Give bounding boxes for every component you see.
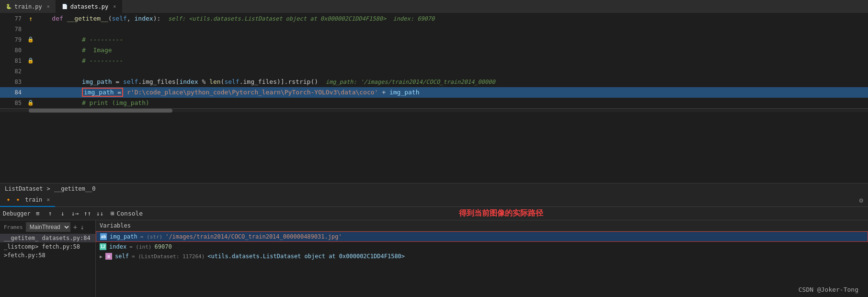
debug-session-tab[interactable]: 🔸 🔸 train ×	[0, 194, 55, 207]
line-icon-83	[26, 77, 35, 87]
tab-datasets-close[interactable]: ×	[113, 4, 116, 9]
frames-list: __getitem_ datasets.py:84 _listcomp> fet…	[0, 234, 95, 297]
debug-content: Frames MainThread + ↓ __getitem_ dataset…	[0, 220, 868, 297]
line-icon-85: 🔒	[26, 98, 35, 108]
expand-self-btn[interactable]: ▶	[100, 254, 103, 259]
scrollbar-thumb[interactable]	[29, 109, 172, 113]
toolbar-stop-btn[interactable]: ↓↓	[95, 208, 105, 219]
variable-row-imgpath: ab img_path = (str) '/images/train2014/C…	[96, 231, 868, 242]
line-number-84: 84	[0, 87, 26, 98]
threads-header: Frames MainThread + ↓	[0, 220, 95, 234]
code-line-77: 77 ↑ def __getitem__(self, index): self:…	[0, 13, 868, 24]
var-name-index: index	[109, 243, 126, 250]
toolbar-rerun-btn[interactable]: ↑↑	[82, 208, 93, 219]
line-icon-79: 🔒	[26, 34, 35, 45]
var-type-index: = (int)	[129, 244, 151, 250]
horizontal-scrollbar[interactable]	[0, 108, 868, 112]
down-thread-btn[interactable]: ↓	[80, 223, 84, 231]
add-thread-btn[interactable]: +	[73, 223, 77, 231]
frame-item-fetch[interactable]: >fetch.py:58	[0, 251, 95, 260]
line-icon-80	[26, 45, 35, 56]
code-line-80: 80 # Image	[0, 45, 868, 56]
line-content-78	[35, 24, 868, 34]
line-icon-82	[26, 66, 35, 77]
toolbar-menu-btn[interactable]: ≡	[33, 208, 43, 219]
line-content-85: # print (img_path)	[35, 98, 868, 108]
code-line-81: 81 🔒 # ---------	[0, 56, 868, 66]
frames-label: Frames	[4, 224, 23, 230]
toolbar-step-over-btn[interactable]: ↑	[45, 208, 56, 219]
debugger-label: Debugger	[3, 210, 31, 217]
console-tab[interactable]: Console	[125, 208, 135, 219]
var-icon-int: 12	[100, 243, 106, 250]
toolbar-step-into-btn[interactable]: ↓	[57, 208, 68, 219]
line-number-81: 81	[0, 56, 26, 66]
tab-datasets-label: datasets.py	[70, 3, 108, 10]
debug-toolbar: Debugger ≡ ↑ ↓ ↓→ ↑↑ ↓↓ ⊞ Console 得到当前图像…	[0, 207, 868, 220]
breadcrumb-method: __getitem__0	[54, 185, 96, 192]
var-name-imgpath: img_path	[110, 233, 137, 240]
tab-train[interactable]: 🐍 train.py ×	[0, 0, 56, 13]
line-content-80: # Image	[35, 45, 868, 56]
line-content-84: img_path = r'D:\code_place\python_code\P…	[35, 87, 868, 98]
var-icon-list: ≡	[105, 253, 112, 260]
gear-icon[interactable]: ⚙	[859, 196, 863, 204]
var-value-index: 69070	[154, 243, 171, 250]
code-line-85: 85 🔒 # print (img_path)	[0, 98, 868, 108]
code-line-79: 79 🔒 # ---------	[0, 34, 868, 45]
var-value-imgpath: '/images/train2014/COCO_train2014_000000…	[165, 233, 342, 240]
var-type-imgpath: = (str)	[140, 234, 162, 240]
breadcrumb: ListDataset > __getitem__0	[0, 183, 868, 194]
frame-item-getitem[interactable]: __getitem_ datasets.py:84	[0, 234, 95, 242]
debug-left-panel: Frames MainThread + ↓ __getitem_ dataset…	[0, 220, 96, 297]
line-icon-84	[26, 87, 35, 98]
variable-row-index: 12 index = (int) 69070	[96, 242, 868, 251]
variable-row-self: ▶ ≡ self = (ListDataset: 117264) <utils.…	[96, 251, 868, 261]
line-number-82: 82	[0, 66, 26, 77]
variables-header: Variables	[96, 220, 868, 231]
train-icon: 🐍	[6, 4, 11, 9]
line-number-79: 79	[0, 34, 26, 45]
breadcrumb-class: ListDataset	[5, 185, 43, 192]
debug-session-icon: 🔸	[5, 196, 12, 203]
code-line-78: 78	[0, 24, 868, 34]
code-line-84: 84 img_path = r'D:\code_place\python_cod…	[0, 87, 868, 98]
datasets-icon: 📄	[62, 4, 68, 9]
line-content-81: # ---------	[35, 56, 868, 66]
thread-select[interactable]: MainThread	[26, 222, 70, 232]
var-icon-str: ab	[100, 233, 107, 240]
debug-session-close[interactable]: ×	[46, 196, 50, 203]
debug-panel: 🔸 🔸 train × ⚙ Debugger ≡ ↑ ↓ ↓→ ↑↑ ↓↓ ⊞ …	[0, 194, 868, 297]
line-number-77: 77	[0, 13, 26, 24]
var-type-self: = (ListDataset: 117264)	[132, 253, 205, 260]
line-icon-81: 🔒	[26, 56, 35, 66]
line-content-77: def __getitem__(self, index): self: <uti…	[35, 13, 868, 24]
toolbar-step-out-btn[interactable]: ↓→	[70, 208, 80, 219]
tab-train-close[interactable]: ×	[47, 4, 50, 9]
arrow-icon-77: ↑	[26, 13, 35, 24]
frame-item-listcomp[interactable]: _listcomp> fetch.py:58	[0, 242, 95, 251]
line-content-79: # ---------	[35, 34, 868, 45]
debug-session-label: 🔸 train	[14, 196, 42, 203]
line-icon-78	[26, 24, 35, 34]
tab-train-label: train.py	[14, 3, 42, 10]
line-content-83: img_path = self.img_files[index % len(se…	[35, 77, 868, 87]
debug-right-panel: Variables ab img_path = (str) '/images/t…	[96, 220, 868, 297]
tab-bar: 🐍 train.py × 📄 datasets.py ×	[0, 0, 868, 13]
line-content-82	[35, 66, 868, 77]
var-value-self: <utils.datasets.ListDataset object at 0x…	[207, 253, 405, 260]
line-number-80: 80	[0, 45, 26, 56]
line-number-78: 78	[0, 24, 26, 34]
var-name-self: self	[115, 253, 129, 260]
code-line-83: 83 img_path = self.img_files[index % len…	[0, 77, 868, 87]
debug-tab-bar: 🔸 🔸 train × ⚙	[0, 194, 868, 207]
tab-datasets[interactable]: 📄 datasets.py ×	[56, 0, 123, 13]
code-editor: 77 ↑ def __getitem__(self, index): self:…	[0, 13, 868, 183]
annotation-text: 得到当前图像的实际路径	[459, 208, 543, 218]
code-line-82: 82	[0, 66, 868, 77]
watermark: CSDN @Joker-Tong	[799, 286, 858, 293]
breadcrumb-sep: >	[46, 185, 50, 192]
line-number-85: 85	[0, 98, 26, 108]
line-number-83: 83	[0, 77, 26, 87]
